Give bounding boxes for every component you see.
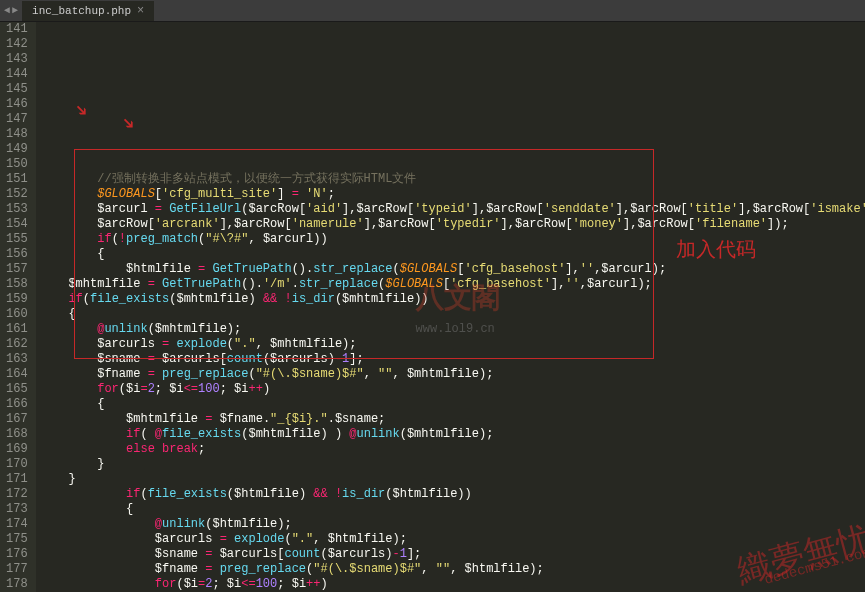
code-line[interactable]: { [40,502,865,517]
line-number: 176 [6,547,28,562]
tab-bar: ◄ ► inc_batchup.php × [0,0,865,22]
code-line[interactable]: @unlink($htmlfile); [40,517,865,532]
line-number: 158 [6,277,28,292]
line-number: 143 [6,52,28,67]
line-number: 155 [6,232,28,247]
nav-arrows: ◄ ► [0,5,22,16]
code-line[interactable]: if(!preg_match("#\?#", $arcurl)) [40,232,865,247]
nav-forward-icon[interactable]: ► [12,5,18,16]
code-line[interactable]: //强制转换非多站点模式，以便统一方式获得实际HTML文件 [40,172,865,187]
code-line[interactable]: if(file_exists($mhtmlfile) && !is_dir($m… [40,292,865,307]
line-number: 141 [6,22,28,37]
code-line[interactable]: { [40,307,865,322]
code-line[interactable]: $arcurls = explode(".", $mhtmlfile); [40,337,865,352]
line-number: 160 [6,307,28,322]
line-number: 151 [6,172,28,187]
code-line[interactable]: $mhtmlfile = GetTruePath().'/m'.str_repl… [40,277,865,292]
code-area[interactable]: ➔ ➔ 加入代码 八文閣 www.lol9.cn 織夢無忧 dedecms51.… [36,22,865,592]
line-number: 165 [6,382,28,397]
line-number: 175 [6,532,28,547]
line-number: 168 [6,427,28,442]
code-line[interactable]: $GLOBALS['cfg_multi_site'] = 'N'; [40,187,865,202]
code-line[interactable]: $fname = preg_replace("#(\.$sname)$#", "… [40,562,865,577]
line-number: 166 [6,397,28,412]
nav-back-icon[interactable]: ◄ [4,5,10,16]
code-line[interactable]: $sname = $arcurls[count($arcurls)-1]; [40,352,865,367]
code-line[interactable]: { [40,247,865,262]
line-number: 154 [6,217,28,232]
line-number: 153 [6,202,28,217]
line-number: 178 [6,577,28,592]
line-number: 173 [6,502,28,517]
line-number: 162 [6,337,28,352]
code-line[interactable]: for($i=2; $i<=100; $i++) [40,577,865,592]
code-line[interactable]: else break; [40,442,865,457]
arrow-icon: ➔ [70,102,90,122]
code-line[interactable]: $htmlfile = GetTruePath().str_replace($G… [40,262,865,277]
code-line[interactable]: $arcurl = GetFileUrl($arcRow['aid'],$arc… [40,202,865,217]
editor: 1411421431441451461471481491501511521531… [0,22,865,592]
code-line[interactable]: $arcurls = explode(".", $htmlfile); [40,532,865,547]
line-number: 152 [6,187,28,202]
line-number: 171 [6,472,28,487]
line-number: 142 [6,37,28,52]
code-line[interactable]: $mhtmlfile = $fname."_{$i}.".$sname; [40,412,865,427]
line-number: 157 [6,262,28,277]
line-number: 172 [6,487,28,502]
code-line[interactable]: $fname = preg_replace("#(\.$sname)$#", "… [40,367,865,382]
line-number: 177 [6,562,28,577]
code-line[interactable]: } [40,457,865,472]
line-number: 164 [6,367,28,382]
line-number: 163 [6,352,28,367]
code-line[interactable]: if( @file_exists($mhtmlfile) ) @unlink($… [40,427,865,442]
code-line[interactable]: for($i=2; $i<=100; $i++) [40,382,865,397]
code-line[interactable]: $arcRow['arcrank'],$arcRow['namerule'],$… [40,217,865,232]
line-number: 159 [6,292,28,307]
code-line[interactable]: @unlink($mhtmlfile); [40,322,865,337]
close-icon[interactable]: × [137,4,144,18]
line-number: 146 [6,97,28,112]
line-number: 156 [6,247,28,262]
line-number: 167 [6,412,28,427]
line-number: 147 [6,112,28,127]
line-number: 148 [6,127,28,142]
code-line[interactable]: $sname = $arcurls[count($arcurls)-1]; [40,547,865,562]
line-number: 161 [6,322,28,337]
tab-file[interactable]: inc_batchup.php × [22,1,154,21]
line-number: 169 [6,442,28,457]
line-gutter: 1411421431441451461471481491501511521531… [0,22,36,592]
line-number: 144 [6,67,28,82]
arrow-icon: ➔ [117,115,137,135]
tab-label: inc_batchup.php [32,5,131,17]
line-number: 174 [6,517,28,532]
line-number: 170 [6,457,28,472]
code-line[interactable]: } [40,472,865,487]
line-number: 145 [6,82,28,97]
line-number: 149 [6,142,28,157]
line-number: 150 [6,157,28,172]
code-line[interactable]: if(file_exists($htmlfile) && !is_dir($ht… [40,487,865,502]
code-line[interactable]: { [40,397,865,412]
